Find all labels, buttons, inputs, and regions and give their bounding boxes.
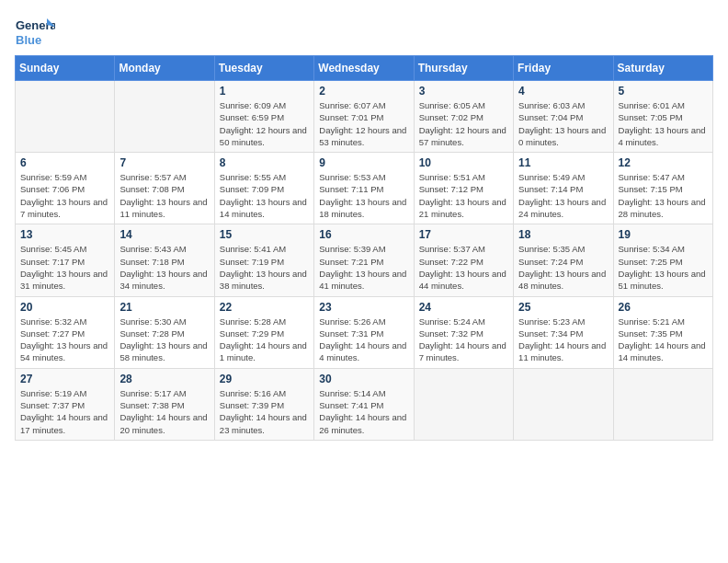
logo-svg: General Blue xyxy=(15,15,55,50)
day-info: Sunrise: 5:47 AM Sunset: 7:15 PM Dayligh… xyxy=(619,171,708,220)
day-cell xyxy=(613,368,712,440)
day-info: Sunrise: 5:41 AM Sunset: 7:19 PM Dayligh… xyxy=(220,243,309,292)
day-number: 23 xyxy=(319,301,408,314)
day-info: Sunrise: 5:19 AM Sunset: 7:37 PM Dayligh… xyxy=(20,387,109,436)
day-number: 12 xyxy=(619,156,708,169)
day-info: Sunrise: 5:16 AM Sunset: 7:39 PM Dayligh… xyxy=(220,387,309,436)
day-info: Sunrise: 5:14 AM Sunset: 7:41 PM Dayligh… xyxy=(319,387,408,436)
day-info: Sunrise: 5:59 AM Sunset: 7:06 PM Dayligh… xyxy=(20,171,109,220)
day-number: 3 xyxy=(419,85,508,98)
day-info: Sunrise: 5:49 AM Sunset: 7:14 PM Dayligh… xyxy=(518,171,608,220)
week-row-2: 6Sunrise: 5:59 AM Sunset: 7:06 PM Daylig… xyxy=(16,153,713,224)
day-cell: 1Sunrise: 6:09 AM Sunset: 6:59 PM Daylig… xyxy=(214,81,313,153)
day-number: 9 xyxy=(319,156,408,169)
day-cell: 25Sunrise: 5:23 AM Sunset: 7:34 PM Dayli… xyxy=(514,296,613,368)
day-number: 22 xyxy=(220,301,309,314)
day-cell: 14Sunrise: 5:43 AM Sunset: 7:18 PM Dayli… xyxy=(115,224,214,296)
day-cell: 10Sunrise: 5:51 AM Sunset: 7:12 PM Dayli… xyxy=(414,153,513,224)
day-cell xyxy=(414,368,513,440)
day-info: Sunrise: 6:01 AM Sunset: 7:05 PM Dayligh… xyxy=(619,99,708,148)
day-info: Sunrise: 5:30 AM Sunset: 7:28 PM Dayligh… xyxy=(119,316,209,364)
day-cell: 24Sunrise: 5:24 AM Sunset: 7:32 PM Dayli… xyxy=(414,296,513,368)
day-number: 4 xyxy=(518,85,608,98)
day-number: 6 xyxy=(20,156,109,169)
day-info: Sunrise: 6:09 AM Sunset: 6:59 PM Dayligh… xyxy=(220,99,309,148)
day-cell: 5Sunrise: 6:01 AM Sunset: 7:05 PM Daylig… xyxy=(613,81,712,153)
day-cell: 2Sunrise: 6:07 AM Sunset: 7:01 PM Daylig… xyxy=(314,81,414,153)
day-cell: 8Sunrise: 5:55 AM Sunset: 7:09 PM Daylig… xyxy=(214,153,313,224)
day-cell xyxy=(115,81,214,153)
day-number: 11 xyxy=(518,156,608,169)
header: General Blue xyxy=(15,15,713,50)
day-cell: 29Sunrise: 5:16 AM Sunset: 7:39 PM Dayli… xyxy=(214,368,313,440)
day-number: 8 xyxy=(220,156,309,169)
day-info: Sunrise: 5:23 AM Sunset: 7:34 PM Dayligh… xyxy=(518,316,608,364)
day-number: 25 xyxy=(518,301,608,314)
day-number: 2 xyxy=(319,85,408,98)
day-cell: 22Sunrise: 5:28 AM Sunset: 7:29 PM Dayli… xyxy=(214,296,313,368)
day-cell: 23Sunrise: 5:26 AM Sunset: 7:31 PM Dayli… xyxy=(314,296,414,368)
day-info: Sunrise: 5:34 AM Sunset: 7:25 PM Dayligh… xyxy=(619,243,708,292)
header-tuesday: Tuesday xyxy=(214,56,313,81)
day-cell xyxy=(514,368,613,440)
day-info: Sunrise: 6:03 AM Sunset: 7:04 PM Dayligh… xyxy=(518,99,608,148)
day-info: Sunrise: 6:07 AM Sunset: 7:01 PM Dayligh… xyxy=(319,99,408,148)
day-number: 5 xyxy=(619,85,708,98)
header-saturday: Saturday xyxy=(613,56,712,81)
day-info: Sunrise: 5:26 AM Sunset: 7:31 PM Dayligh… xyxy=(319,316,408,364)
day-number: 19 xyxy=(619,228,708,241)
day-cell: 15Sunrise: 5:41 AM Sunset: 7:19 PM Dayli… xyxy=(214,224,313,296)
svg-text:Blue: Blue xyxy=(16,33,41,47)
day-info: Sunrise: 5:51 AM Sunset: 7:12 PM Dayligh… xyxy=(419,171,508,220)
day-cell: 30Sunrise: 5:14 AM Sunset: 7:41 PM Dayli… xyxy=(314,368,414,440)
day-number: 1 xyxy=(220,85,309,98)
day-cell xyxy=(16,81,115,153)
day-info: Sunrise: 5:21 AM Sunset: 7:35 PM Dayligh… xyxy=(619,316,708,364)
day-info: Sunrise: 5:43 AM Sunset: 7:18 PM Dayligh… xyxy=(119,243,209,292)
day-number: 24 xyxy=(419,301,508,314)
day-cell: 19Sunrise: 5:34 AM Sunset: 7:25 PM Dayli… xyxy=(613,224,712,296)
day-info: Sunrise: 5:45 AM Sunset: 7:17 PM Dayligh… xyxy=(20,243,109,292)
day-number: 10 xyxy=(419,156,508,169)
week-row-1: 1Sunrise: 6:09 AM Sunset: 6:59 PM Daylig… xyxy=(16,81,713,153)
day-info: Sunrise: 5:39 AM Sunset: 7:21 PM Dayligh… xyxy=(319,243,408,292)
day-info: Sunrise: 5:17 AM Sunset: 7:38 PM Dayligh… xyxy=(119,387,209,436)
day-cell: 12Sunrise: 5:47 AM Sunset: 7:15 PM Dayli… xyxy=(613,153,712,224)
day-info: Sunrise: 5:55 AM Sunset: 7:09 PM Dayligh… xyxy=(220,171,309,220)
day-number: 15 xyxy=(220,228,309,241)
day-number: 26 xyxy=(619,301,708,314)
calendar: SundayMondayTuesdayWednesdayThursdayFrid… xyxy=(15,55,713,441)
day-cell: 20Sunrise: 5:32 AM Sunset: 7:27 PM Dayli… xyxy=(16,296,115,368)
week-row-5: 27Sunrise: 5:19 AM Sunset: 7:37 PM Dayli… xyxy=(16,368,713,440)
day-number: 27 xyxy=(20,373,109,385)
day-number: 30 xyxy=(319,373,408,385)
day-info: Sunrise: 5:35 AM Sunset: 7:24 PM Dayligh… xyxy=(518,243,608,292)
day-cell: 18Sunrise: 5:35 AM Sunset: 7:24 PM Dayli… xyxy=(514,224,613,296)
day-number: 7 xyxy=(119,156,209,169)
day-info: Sunrise: 5:24 AM Sunset: 7:32 PM Dayligh… xyxy=(419,316,508,364)
day-number: 28 xyxy=(119,373,209,385)
day-number: 21 xyxy=(119,301,209,314)
logo: General Blue xyxy=(15,15,55,50)
day-info: Sunrise: 6:05 AM Sunset: 7:02 PM Dayligh… xyxy=(419,99,508,148)
day-number: 18 xyxy=(518,228,608,241)
calendar-header-row: SundayMondayTuesdayWednesdayThursdayFrid… xyxy=(16,56,713,81)
day-cell: 26Sunrise: 5:21 AM Sunset: 7:35 PM Dayli… xyxy=(613,296,712,368)
week-row-4: 20Sunrise: 5:32 AM Sunset: 7:27 PM Dayli… xyxy=(16,296,713,368)
day-cell: 28Sunrise: 5:17 AM Sunset: 7:38 PM Dayli… xyxy=(115,368,214,440)
day-cell: 27Sunrise: 5:19 AM Sunset: 7:37 PM Dayli… xyxy=(16,368,115,440)
day-cell: 9Sunrise: 5:53 AM Sunset: 7:11 PM Daylig… xyxy=(314,153,414,224)
day-info: Sunrise: 5:57 AM Sunset: 7:08 PM Dayligh… xyxy=(119,171,209,220)
day-number: 13 xyxy=(20,228,109,241)
header-wednesday: Wednesday xyxy=(314,56,414,81)
day-cell: 6Sunrise: 5:59 AM Sunset: 7:06 PM Daylig… xyxy=(16,153,115,224)
day-number: 20 xyxy=(20,301,109,314)
day-info: Sunrise: 5:37 AM Sunset: 7:22 PM Dayligh… xyxy=(419,243,508,292)
day-info: Sunrise: 5:53 AM Sunset: 7:11 PM Dayligh… xyxy=(319,171,408,220)
day-info: Sunrise: 5:32 AM Sunset: 7:27 PM Dayligh… xyxy=(20,316,109,364)
week-row-3: 13Sunrise: 5:45 AM Sunset: 7:17 PM Dayli… xyxy=(16,224,713,296)
day-number: 14 xyxy=(119,228,209,241)
header-thursday: Thursday xyxy=(414,56,513,81)
day-number: 16 xyxy=(319,228,408,241)
day-cell: 7Sunrise: 5:57 AM Sunset: 7:08 PM Daylig… xyxy=(115,153,214,224)
